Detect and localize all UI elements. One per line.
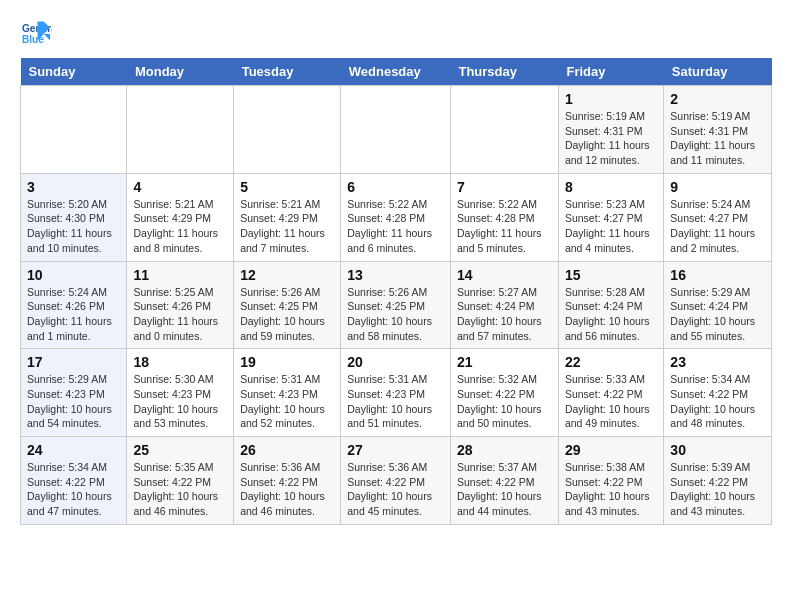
day-cell: 30Sunrise: 5:39 AM Sunset: 4:22 PM Dayli… [664,437,772,525]
day-info: Sunrise: 5:32 AM Sunset: 4:22 PM Dayligh… [457,372,552,431]
day-cell: 6Sunrise: 5:22 AM Sunset: 4:28 PM Daylig… [341,173,451,261]
day-info: Sunrise: 5:19 AM Sunset: 4:31 PM Dayligh… [565,109,657,168]
day-info: Sunrise: 5:30 AM Sunset: 4:23 PM Dayligh… [133,372,227,431]
day-info: Sunrise: 5:28 AM Sunset: 4:24 PM Dayligh… [565,285,657,344]
day-info: Sunrise: 5:39 AM Sunset: 4:22 PM Dayligh… [670,460,765,519]
day-cell: 15Sunrise: 5:28 AM Sunset: 4:24 PM Dayli… [558,261,663,349]
day-number: 12 [240,267,334,283]
day-info: Sunrise: 5:22 AM Sunset: 4:28 PM Dayligh… [347,197,444,256]
day-number: 13 [347,267,444,283]
calendar-table: SundayMondayTuesdayWednesdayThursdayFrid… [20,58,772,525]
day-number: 29 [565,442,657,458]
logo-icon: General Blue [20,20,52,48]
day-info: Sunrise: 5:31 AM Sunset: 4:23 PM Dayligh… [240,372,334,431]
day-number: 26 [240,442,334,458]
day-number: 25 [133,442,227,458]
weekday-sunday: Sunday [21,58,127,86]
day-info: Sunrise: 5:34 AM Sunset: 4:22 PM Dayligh… [27,460,120,519]
logo: General Blue [20,20,56,48]
day-info: Sunrise: 5:27 AM Sunset: 4:24 PM Dayligh… [457,285,552,344]
day-cell: 24Sunrise: 5:34 AM Sunset: 4:22 PM Dayli… [21,437,127,525]
day-cell: 25Sunrise: 5:35 AM Sunset: 4:22 PM Dayli… [127,437,234,525]
day-cell: 26Sunrise: 5:36 AM Sunset: 4:22 PM Dayli… [234,437,341,525]
day-cell [341,86,451,174]
day-cell: 8Sunrise: 5:23 AM Sunset: 4:27 PM Daylig… [558,173,663,261]
day-number: 4 [133,179,227,195]
weekday-saturday: Saturday [664,58,772,86]
day-number: 30 [670,442,765,458]
day-info: Sunrise: 5:23 AM Sunset: 4:27 PM Dayligh… [565,197,657,256]
day-cell: 18Sunrise: 5:30 AM Sunset: 4:23 PM Dayli… [127,349,234,437]
day-info: Sunrise: 5:36 AM Sunset: 4:22 PM Dayligh… [347,460,444,519]
day-number: 16 [670,267,765,283]
day-number: 7 [457,179,552,195]
day-info: Sunrise: 5:19 AM Sunset: 4:31 PM Dayligh… [670,109,765,168]
day-number: 14 [457,267,552,283]
day-cell: 10Sunrise: 5:24 AM Sunset: 4:26 PM Dayli… [21,261,127,349]
day-info: Sunrise: 5:31 AM Sunset: 4:23 PM Dayligh… [347,372,444,431]
day-cell [127,86,234,174]
day-number: 11 [133,267,227,283]
day-info: Sunrise: 5:24 AM Sunset: 4:26 PM Dayligh… [27,285,120,344]
day-cell: 28Sunrise: 5:37 AM Sunset: 4:22 PM Dayli… [450,437,558,525]
weekday-friday: Friday [558,58,663,86]
day-info: Sunrise: 5:26 AM Sunset: 4:25 PM Dayligh… [240,285,334,344]
day-info: Sunrise: 5:29 AM Sunset: 4:24 PM Dayligh… [670,285,765,344]
day-number: 27 [347,442,444,458]
day-number: 22 [565,354,657,370]
day-cell: 14Sunrise: 5:27 AM Sunset: 4:24 PM Dayli… [450,261,558,349]
day-number: 10 [27,267,120,283]
day-number: 6 [347,179,444,195]
weekday-wednesday: Wednesday [341,58,451,86]
day-number: 17 [27,354,120,370]
day-info: Sunrise: 5:34 AM Sunset: 4:22 PM Dayligh… [670,372,765,431]
day-number: 20 [347,354,444,370]
day-info: Sunrise: 5:36 AM Sunset: 4:22 PM Dayligh… [240,460,334,519]
header: General Blue [20,20,772,48]
day-info: Sunrise: 5:25 AM Sunset: 4:26 PM Dayligh… [133,285,227,344]
day-number: 1 [565,91,657,107]
day-info: Sunrise: 5:21 AM Sunset: 4:29 PM Dayligh… [240,197,334,256]
weekday-thursday: Thursday [450,58,558,86]
day-number: 2 [670,91,765,107]
day-cell: 27Sunrise: 5:36 AM Sunset: 4:22 PM Dayli… [341,437,451,525]
day-number: 3 [27,179,120,195]
day-info: Sunrise: 5:24 AM Sunset: 4:27 PM Dayligh… [670,197,765,256]
week-row-5: 24Sunrise: 5:34 AM Sunset: 4:22 PM Dayli… [21,437,772,525]
calendar-page: General Blue SundayMondayTuesdayWednesda… [0,0,792,535]
day-cell: 20Sunrise: 5:31 AM Sunset: 4:23 PM Dayli… [341,349,451,437]
day-cell: 23Sunrise: 5:34 AM Sunset: 4:22 PM Dayli… [664,349,772,437]
week-row-3: 10Sunrise: 5:24 AM Sunset: 4:26 PM Dayli… [21,261,772,349]
weekday-tuesday: Tuesday [234,58,341,86]
day-number: 9 [670,179,765,195]
day-cell: 5Sunrise: 5:21 AM Sunset: 4:29 PM Daylig… [234,173,341,261]
day-cell: 13Sunrise: 5:26 AM Sunset: 4:25 PM Dayli… [341,261,451,349]
day-info: Sunrise: 5:26 AM Sunset: 4:25 PM Dayligh… [347,285,444,344]
day-cell [450,86,558,174]
day-number: 15 [565,267,657,283]
day-cell: 3Sunrise: 5:20 AM Sunset: 4:30 PM Daylig… [21,173,127,261]
week-row-2: 3Sunrise: 5:20 AM Sunset: 4:30 PM Daylig… [21,173,772,261]
day-number: 18 [133,354,227,370]
day-cell: 2Sunrise: 5:19 AM Sunset: 4:31 PM Daylig… [664,86,772,174]
day-info: Sunrise: 5:22 AM Sunset: 4:28 PM Dayligh… [457,197,552,256]
day-cell: 17Sunrise: 5:29 AM Sunset: 4:23 PM Dayli… [21,349,127,437]
day-number: 21 [457,354,552,370]
day-number: 5 [240,179,334,195]
day-number: 24 [27,442,120,458]
day-info: Sunrise: 5:21 AM Sunset: 4:29 PM Dayligh… [133,197,227,256]
day-info: Sunrise: 5:38 AM Sunset: 4:22 PM Dayligh… [565,460,657,519]
day-cell: 1Sunrise: 5:19 AM Sunset: 4:31 PM Daylig… [558,86,663,174]
day-info: Sunrise: 5:29 AM Sunset: 4:23 PM Dayligh… [27,372,120,431]
day-cell: 11Sunrise: 5:25 AM Sunset: 4:26 PM Dayli… [127,261,234,349]
weekday-header-row: SundayMondayTuesdayWednesdayThursdayFrid… [21,58,772,86]
day-number: 19 [240,354,334,370]
day-cell: 29Sunrise: 5:38 AM Sunset: 4:22 PM Dayli… [558,437,663,525]
day-cell: 16Sunrise: 5:29 AM Sunset: 4:24 PM Dayli… [664,261,772,349]
day-info: Sunrise: 5:37 AM Sunset: 4:22 PM Dayligh… [457,460,552,519]
calendar-body: 1Sunrise: 5:19 AM Sunset: 4:31 PM Daylig… [21,86,772,525]
day-info: Sunrise: 5:35 AM Sunset: 4:22 PM Dayligh… [133,460,227,519]
day-number: 23 [670,354,765,370]
day-cell: 22Sunrise: 5:33 AM Sunset: 4:22 PM Dayli… [558,349,663,437]
day-cell: 19Sunrise: 5:31 AM Sunset: 4:23 PM Dayli… [234,349,341,437]
